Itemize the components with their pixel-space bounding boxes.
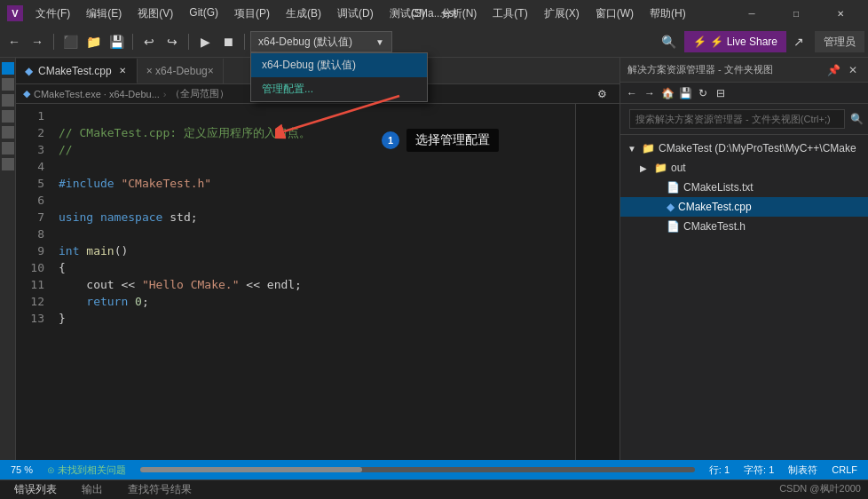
tab-cmaketest-cpp[interactable]: ◆ CMakeTest.cpp ✕ <box>16 59 138 83</box>
activity-item-4[interactable] <box>2 110 14 123</box>
undo-button[interactable]: ↩ <box>138 31 160 52</box>
cpp-tree-icon: ◆ <box>667 201 675 213</box>
menu-view[interactable]: 视图(V) <box>130 4 180 23</box>
window-controls: ─ □ ✕ <box>731 0 861 27</box>
solution-tree: ▼ 📁 CMakeTest (D:\MyProTest\MyC++\CMake … <box>620 135 868 460</box>
menu-tools[interactable]: 工具(T) <box>485 4 534 23</box>
admin-button[interactable]: 管理员 <box>815 31 864 52</box>
right-panel-title: 解决方案资源管理器 - 文件夹视图 <box>627 63 822 76</box>
csdn-watermark: CSDN @枫叶2000 <box>779 482 861 495</box>
tree-root-label: CMakeTest (D:\MyProTest\MyC++\CMake <box>659 142 856 154</box>
live-share-icon: ⚡ <box>693 36 706 48</box>
right-panel-toolbar: ← → 🏠 💾 ↻ ⊟ <box>620 83 868 104</box>
tree-arrow-cmaketest-cpp <box>652 202 663 212</box>
close-button[interactable]: ✕ <box>820 0 861 27</box>
debug-config-dropdown[interactable]: x64-Debug (默认值) ▼ <box>250 31 392 52</box>
status-zoom[interactable]: 75 % <box>7 464 36 475</box>
scroll-indicator <box>140 467 695 472</box>
dropdown-item-manage[interactable]: 管理配置... <box>251 77 427 101</box>
toolbar-icon-3[interactable]: 💾 <box>106 31 127 52</box>
forward-button[interactable]: → <box>27 31 48 52</box>
cmake-file-icon: 📄 <box>667 181 680 194</box>
rp-home-btn[interactable]: 🏠 <box>659 85 675 101</box>
status-char[interactable]: 字符: 1 <box>740 463 777 477</box>
activity-item-2[interactable] <box>2 78 14 91</box>
menu-git[interactable]: Git(G) <box>182 4 225 23</box>
share-icon[interactable]: ↗ <box>788 31 809 52</box>
breadcrumb-scope: （全局范围） <box>170 87 229 100</box>
search-icon[interactable]: 🔍 <box>850 111 864 127</box>
out-folder-icon: 📁 <box>654 162 667 174</box>
panel-pin-button[interactable]: 📌 <box>825 62 841 78</box>
editor-settings-icon[interactable]: ⚙ <box>591 83 612 105</box>
menu-edit[interactable]: 编辑(E) <box>79 4 129 23</box>
code-content[interactable]: // CMakeTest.cpp: 定义应用程序的入口点。 // #includ… <box>51 104 575 460</box>
tab-label-cmaketest: CMakeTest.cpp <box>38 65 112 77</box>
minimize-button[interactable]: ─ <box>731 0 772 27</box>
tree-arrow-cmakelists <box>652 183 663 193</box>
activity-item-3[interactable] <box>2 94 14 107</box>
menu-project[interactable]: 项目(P) <box>227 4 277 23</box>
rp-back-btn[interactable]: ← <box>624 85 640 101</box>
menu-build[interactable]: 生成(B) <box>279 4 328 23</box>
status-line[interactable]: 行: 1 <box>706 463 733 477</box>
tree-item-cmaketest-h[interactable]: 📄 CMakeTest.h <box>620 217 868 236</box>
status-bar: 75 % ⊙ 未找到相关问题 行: 1 字符: 1 制表符 CRLF <box>0 460 868 479</box>
bottom-tab-output[interactable]: 输出 <box>75 480 110 500</box>
menu-extensions[interactable]: 扩展(X) <box>537 4 587 23</box>
status-errors[interactable]: ⊙ 未找到相关问题 <box>43 463 130 477</box>
menu-file[interactable]: 文件(F) <box>28 4 77 23</box>
activity-item-6[interactable] <box>2 142 14 154</box>
title-bar: V 文件(F) 编辑(E) 视图(V) Git(G) 项目(P) 生成(B) 调… <box>0 0 868 27</box>
rp-refresh-btn[interactable]: ↻ <box>695 85 711 101</box>
back-button[interactable]: ← <box>4 31 25 52</box>
status-line-ending[interactable]: CRLF <box>828 464 861 475</box>
bottom-panel: 错误列表 输出 查找符号结果 <box>0 479 868 499</box>
cpp-file-icon: ◆ <box>25 65 33 77</box>
bottom-tab-find-results[interactable]: 查找符号结果 <box>121 480 199 500</box>
toolbar-icon-1[interactable]: ⬛ <box>59 31 81 52</box>
tree-item-cmakelists[interactable]: 📄 CMakeLists.txt <box>620 178 868 197</box>
tree-item-root[interactable]: ▼ 📁 CMakeTest (D:\MyProTest\MyC++\CMake <box>620 139 868 158</box>
tree-cmaketest-cpp-label: CMakeTest.cpp <box>678 201 752 213</box>
tree-arrow-root: ▼ <box>627 144 638 154</box>
solution-search-input[interactable] <box>629 109 845 129</box>
activity-item-1[interactable] <box>2 62 14 75</box>
toolbar-icon-2[interactable]: 📁 <box>83 31 104 52</box>
search-row: 🔍 <box>620 104 868 135</box>
tab-close-button[interactable]: ✕ <box>117 66 128 75</box>
rp-collapse-btn[interactable]: ⊟ <box>713 85 729 101</box>
toolbar-icon-4[interactable]: ▶ <box>194 31 216 52</box>
toolbar-separator-2 <box>132 34 133 50</box>
debug-config-label: x64-Debug (默认值) <box>258 35 352 50</box>
menu-window[interactable]: 窗口(W) <box>588 4 641 23</box>
rp-forward-btn[interactable]: → <box>642 85 658 101</box>
activity-item-5[interactable] <box>2 126 14 139</box>
panel-close-button[interactable]: ✕ <box>845 62 861 78</box>
rp-save-btn[interactable]: 💾 <box>677 85 693 101</box>
toolbar-separator-3 <box>188 34 189 50</box>
maximize-button[interactable]: □ <box>776 0 817 27</box>
toolbar-icon-5[interactable]: ⏹ <box>217 31 239 52</box>
redo-button[interactable]: ↪ <box>162 31 183 52</box>
tab-x64debug[interactable]: × x64-Debug× <box>138 59 224 83</box>
activity-item-7[interactable] <box>2 158 14 170</box>
tree-item-cmaketest-cpp[interactable]: ◆ CMakeTest.cpp <box>620 197 868 217</box>
code-editor: 12345 678910 111213 // CMakeTest.cpp: 定义… <box>16 104 619 460</box>
status-tabsize[interactable]: 制表符 <box>785 463 821 477</box>
right-panel-header: 解决方案资源管理器 - 文件夹视图 📌 ✕ <box>620 58 868 83</box>
tree-cmaketest-h-label: CMakeTest.h <box>683 220 746 233</box>
bottom-tab-errors[interactable]: 错误列表 <box>7 480 64 500</box>
tree-out-label: out <box>671 162 686 174</box>
menu-help[interactable]: 帮助(H) <box>643 4 693 23</box>
menu-debug[interactable]: 调试(D) <box>330 4 381 23</box>
search-icon[interactable]: 🔍 <box>658 31 679 52</box>
live-share-button[interactable]: ⚡ ⚡ Live Share <box>684 31 786 52</box>
tree-item-out[interactable]: ▶ 📁 out <box>620 158 868 178</box>
editor-area: ◆ CMakeTest.cpp ✕ × x64-Debug× ◆ CMakeTe… <box>16 58 619 460</box>
tree-arrow-cmaketest-h <box>652 222 663 232</box>
debug-config-container: x64-Debug (默认值) ▼ x64-Debug (默认值) 管理配置..… <box>250 31 392 52</box>
tree-arrow-out: ▶ <box>640 163 651 173</box>
dropdown-item-x64debug[interactable]: x64-Debug (默认值) <box>251 53 427 77</box>
breadcrumb-separator: › <box>163 89 167 99</box>
